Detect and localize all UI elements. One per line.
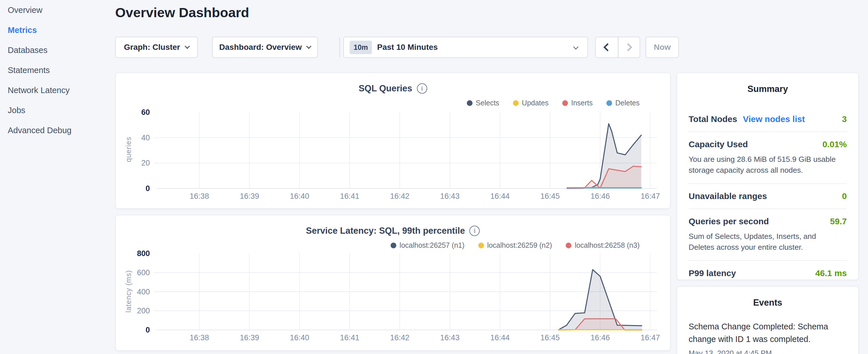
svg-text:16:40: 16:40 — [290, 192, 309, 200]
summary-title: Summary — [677, 84, 858, 94]
sidebar-item-advanced-debug[interactable]: Advanced Debug — [0, 120, 115, 140]
svg-text:16:46: 16:46 — [591, 192, 610, 200]
cockroachdb-admin-ui: Overview Metrics Databases Statements Ne… — [0, 0, 868, 354]
summary-row-capacity: Capacity Used 0.01% You are using 28.6 M… — [689, 132, 847, 184]
unavailable-ranges-value: 0 — [842, 191, 847, 201]
sidebar-item-network-latency[interactable]: Network Latency — [0, 80, 115, 100]
queries-per-second-label: Queries per second — [689, 217, 769, 226]
service-latency-plot[interactable]: 16:3816:3916:4016:4116:4216:4316:4416:45… — [116, 215, 671, 351]
toolbar-divider — [339, 37, 340, 57]
event-message: Schema Change Completed: Schema change w… — [689, 321, 847, 345]
chevron-down-icon — [306, 43, 311, 49]
svg-text:16:38: 16:38 — [190, 192, 209, 200]
p99-latency-label: P99 latency — [689, 268, 736, 278]
svg-text:20: 20 — [141, 159, 150, 167]
svg-text:16:38: 16:38 — [190, 333, 209, 342]
svg-text:16:41: 16:41 — [340, 192, 359, 200]
summary-row-unavailable-ranges: Unavailable ranges 0 — [689, 184, 847, 209]
svg-text:16:40: 16:40 — [290, 333, 309, 342]
svg-text:16:42: 16:42 — [390, 333, 409, 342]
summary-row-qps: Queries per second 59.7 Sum of Selects, … — [689, 209, 847, 261]
svg-text:200: 200 — [137, 307, 150, 315]
time-nav-group — [595, 37, 640, 58]
events-title: Events — [677, 297, 858, 308]
time-prev-button[interactable] — [596, 37, 618, 57]
graph-dropdown-label: Graph: Cluster — [124, 43, 180, 52]
queries-per-second-description: Sum of Selects, Updates, Inserts, and De… — [689, 231, 843, 253]
svg-text:16:42: 16:42 — [390, 192, 409, 200]
time-range-selector[interactable]: 10m Past 10 Minutes — [343, 37, 588, 58]
view-nodes-list-link[interactable]: View nodes list — [743, 114, 805, 124]
sidebar-item-overview[interactable]: Overview — [0, 0, 115, 20]
summary-row-p99-latency: P99 latency 46.1 ms — [689, 261, 847, 286]
service-latency-card: Service Latency: SQL, 99th percentile i … — [115, 215, 671, 351]
sidebar-item-metrics[interactable]: Metrics — [0, 20, 115, 40]
sidebar-item-statements[interactable]: Statements — [0, 60, 115, 80]
sql-queries-plot[interactable]: 16:3816:3916:4016:4116:4216:4316:4416:45… — [116, 73, 671, 210]
chevron-right-icon — [624, 43, 632, 51]
total-nodes-value: 3 — [842, 114, 847, 124]
svg-text:40: 40 — [141, 133, 150, 142]
capacity-used-description: You are using 28.6 MiB of 515.9 GiB usab… — [689, 154, 843, 176]
event-timestamp: May 13, 2020 at 4:45 PM — [689, 349, 847, 354]
queries-per-second-value: 59.7 — [830, 217, 847, 226]
total-nodes-label: Total Nodes — [689, 114, 737, 124]
svg-text:16:44: 16:44 — [490, 333, 510, 342]
svg-text:16:41: 16:41 — [340, 333, 359, 342]
now-button-label: Now — [654, 43, 671, 52]
svg-text:16:45: 16:45 — [540, 333, 560, 342]
svg-text:800: 800 — [137, 249, 150, 258]
svg-text:16:43: 16:43 — [440, 333, 460, 342]
svg-text:16:39: 16:39 — [240, 192, 259, 200]
svg-text:16:46: 16:46 — [591, 333, 610, 342]
summary-panel: Summary Total Nodes View nodes list 3 Ca… — [677, 72, 859, 280]
dashboard-dropdown-label: Dashboard: Overview — [219, 43, 302, 52]
chevron-down-icon — [185, 43, 190, 49]
svg-text:600: 600 — [137, 268, 150, 277]
sidebar-item-jobs[interactable]: Jobs — [0, 100, 115, 120]
page-title: Overview Dashboard — [115, 5, 249, 20]
summary-row-total-nodes: Total Nodes View nodes list 3 — [689, 107, 847, 132]
capacity-used-value: 0.01% — [823, 139, 847, 149]
events-panel: Events Schema Change Completed: Schema c… — [677, 286, 859, 354]
svg-text:0: 0 — [146, 184, 150, 193]
svg-text:16:43: 16:43 — [440, 192, 460, 200]
graph-dropdown[interactable]: Graph: Cluster — [115, 37, 198, 58]
svg-text:16:45: 16:45 — [540, 192, 560, 200]
unavailable-ranges-label: Unavailable ranges — [689, 191, 767, 201]
svg-text:16:39: 16:39 — [240, 333, 259, 342]
svg-text:0: 0 — [146, 326, 150, 334]
chevron-down-icon — [573, 44, 578, 49]
event-list-item: Schema Change Completed: Schema change w… — [689, 321, 847, 354]
time-range-label: Past 10 Minutes — [377, 43, 438, 52]
now-button[interactable]: Now — [646, 37, 679, 58]
capacity-used-label: Capacity Used — [689, 139, 748, 149]
svg-text:16:47: 16:47 — [641, 192, 660, 200]
sidebar: Overview Metrics Databases Statements Ne… — [0, 0, 115, 354]
time-range-badge: 10m — [350, 41, 372, 54]
svg-text:60: 60 — [141, 108, 150, 117]
chevron-left-icon — [603, 43, 612, 51]
svg-text:400: 400 — [137, 288, 150, 296]
svg-text:16:47: 16:47 — [641, 333, 660, 342]
sidebar-item-databases[interactable]: Databases — [0, 40, 115, 60]
svg-text:16:44: 16:44 — [490, 192, 510, 200]
sql-queries-card: SQL Queries i Selects Updates Inserts De… — [115, 72, 671, 209]
time-next-button[interactable] — [618, 37, 640, 57]
dashboard-dropdown[interactable]: Dashboard: Overview — [212, 37, 318, 58]
p99-latency-value: 46.1 ms — [815, 268, 847, 278]
